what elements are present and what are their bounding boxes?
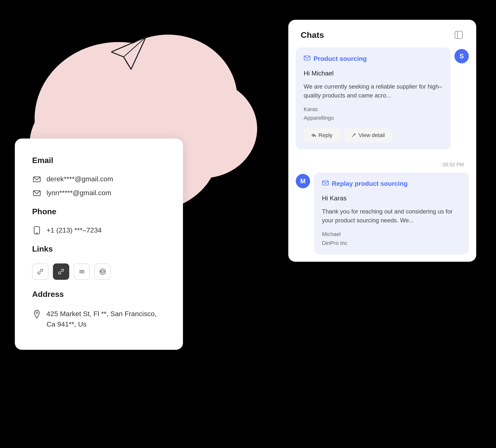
message-greeting-1: Hi Michael We are currently seeking a re… (304, 69, 443, 100)
view-detail-button[interactable]: View detail (344, 128, 392, 142)
link-icon-4[interactable] (94, 263, 111, 280)
chat-header: Chats (288, 20, 476, 47)
message-greeting-2: Hi Karas Thank you for reaching out and … (322, 193, 461, 225)
email-icon-1 (32, 175, 42, 183)
message-subject-icon-1 (304, 54, 311, 63)
chat-panel-title: Chats (301, 30, 324, 40)
message-thread-1: Product sourcing Hi Michael We are curre… (288, 47, 476, 162)
address-item: 425 Market St, Fl **, San Francisco, Ca … (32, 309, 166, 330)
address-section-title: Address (32, 290, 166, 299)
svg-point-16 (101, 270, 104, 273)
phone-item: +1 (213) ***–7234 (32, 226, 166, 235)
chat-panel: Chats Product sourcing (288, 20, 476, 262)
contact-card: Email derek****@gmail.com lynn*****@gmai… (15, 139, 183, 350)
email-icon-2 (32, 189, 42, 197)
svg-point-19 (36, 312, 38, 314)
email-section-title: Email (32, 156, 166, 165)
message-sender-1: Karas Apparellingo (304, 105, 443, 122)
link-icon-3[interactable] (74, 263, 90, 280)
email-item-2: lynn*****@gmail.com (32, 189, 166, 197)
message-subject-icon-2 (322, 179, 329, 188)
phone-icon (32, 226, 42, 235)
paper-plane-icon (106, 30, 151, 74)
svg-line-7 (124, 57, 129, 66)
svg-line-6 (124, 37, 146, 57)
message-thread-2: M Replay product sourcing Hi Karas Thank… (288, 172, 476, 261)
message-subject-2: Replay product sourcing (322, 179, 461, 188)
address-icon (32, 310, 42, 319)
phone-section-title: Phone (32, 207, 166, 216)
avatar-s: S (454, 49, 469, 63)
email-item-1: derek****@gmail.com (32, 175, 166, 183)
links-section-title: Links (32, 244, 166, 254)
message-subject-1: Product sourcing (304, 54, 443, 63)
reply-button[interactable]: Reply (304, 128, 340, 142)
email-value-2: lynn*****@gmail.com (46, 189, 111, 197)
svg-rect-20 (455, 31, 462, 39)
message-bubble-1: Product sourcing Hi Michael We are curre… (296, 47, 451, 149)
message-actions-1: Reply View detail (304, 128, 443, 142)
links-row (32, 263, 166, 280)
avatar-m: M (296, 174, 310, 188)
message-sender-2: Michael DinPro Inc (322, 230, 461, 247)
link-icon-2[interactable] (53, 263, 69, 280)
email-value-1: derek****@gmail.com (46, 175, 113, 183)
link-icon-1[interactable] (32, 263, 48, 280)
sidebar-toggle-icon[interactable] (453, 30, 464, 40)
address-value: 425 Market St, Fl **, San Francisco, Ca … (46, 309, 166, 330)
phone-value: +1 (213) ***–7234 (46, 226, 102, 234)
message-bubble-2: Replay product sourcing Hi Karas Thank y… (314, 172, 469, 254)
message-timestamp-1: 05:52 PM (288, 162, 476, 172)
